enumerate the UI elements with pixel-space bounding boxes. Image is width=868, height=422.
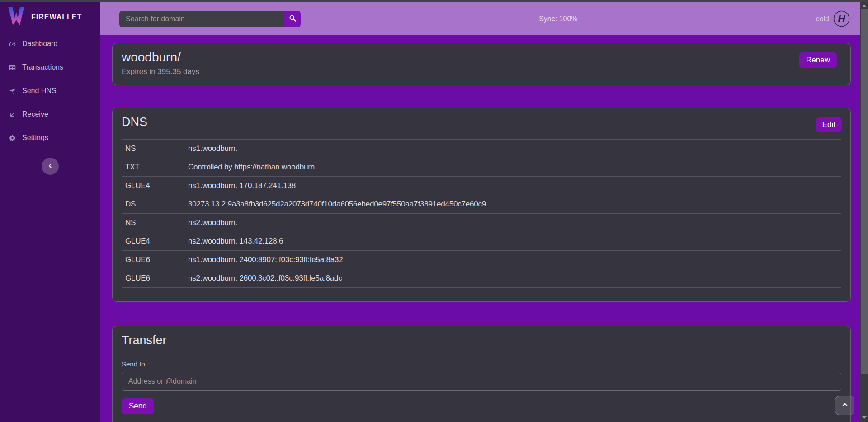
wallet-name: cold (816, 15, 829, 23)
sidebar-item-transactions[interactable]: Transactions (0, 56, 100, 79)
dns-record-value: ns1.woodburn. (188, 144, 841, 153)
dns-record-type: NS (122, 218, 188, 227)
dns-title: DNS (122, 115, 841, 129)
dns-record-type: NS (122, 144, 188, 153)
sidebar-item-label: Transactions (22, 63, 63, 71)
dns-record-row[interactable]: GLUE4 ns1.woodburn. 170.187.241.138 (122, 177, 841, 195)
sidebar-item-receive[interactable]: Receive (0, 103, 100, 126)
svg-text:H: H (838, 13, 845, 24)
brand[interactable]: FIREWALLET (0, 2, 100, 32)
dns-record-value: ns2.woodburn. (188, 218, 841, 227)
sidebar-item-label: Dashboard (22, 40, 57, 48)
sidebar-nav: Dashboard Transactions Send HNS (0, 32, 100, 150)
dns-record-value: ns1.woodburn. 170.187.241.138 (188, 181, 841, 190)
page-scrollbar[interactable] (860, 2, 868, 422)
scroll-to-top-button[interactable] (835, 396, 854, 415)
topbar: Sync: 100% cold H (100, 2, 860, 35)
chevron-left-icon (47, 162, 54, 171)
dns-record-type: DS (122, 200, 188, 209)
sidebar-item-label: Settings (22, 134, 48, 142)
handshake-logo-icon: H (833, 10, 850, 27)
dns-record-type: GLUE6 (122, 274, 188, 283)
dns-record-value: ns2.woodburn. 143.42.128.6 (188, 237, 841, 246)
sidebar-item-settings[interactable]: Settings (0, 126, 100, 150)
dns-record-row[interactable]: NS ns2.woodburn. (122, 214, 841, 232)
dns-record-row[interactable]: DS 30273 13 2 9a3a8fb3d625d2a2073d740f10… (122, 195, 841, 214)
sidebar-item-dashboard[interactable]: Dashboard (0, 32, 100, 56)
dns-record-value: Controlled by https://nathan.woodburn (188, 163, 841, 172)
transfer-address-input[interactable] (122, 372, 841, 391)
content-area: woodburn/ Expires in 395.35 days Renew D… (100, 35, 860, 422)
sidebar-item-send-hns[interactable]: Send HNS (0, 79, 100, 103)
dns-card: DNS Edit NS ns1.woodburn. TXT Con (112, 108, 851, 302)
send-to-label: Send to (122, 360, 841, 368)
sidebar-item-label: Send HNS (22, 87, 57, 95)
chevron-up-icon (841, 401, 849, 410)
gauge-icon (8, 40, 17, 48)
dns-record-value: ns1.woodburn. 2400:8907::f03c:93ff:fe5a:… (188, 255, 841, 264)
scrollbar-down-arrow[interactable] (860, 414, 868, 421)
domain-expiry-text: Expires in 395.35 days (122, 67, 841, 76)
dns-record-type: GLUE4 (122, 181, 188, 190)
firewallet-logo-icon (7, 6, 25, 28)
main-column: Sync: 100% cold H woodburn/ Expires in 3… (100, 2, 860, 422)
dns-records-table: NS ns1.woodburn. TXT Controlled by https… (122, 139, 841, 288)
sidebar-item-label: Receive (22, 110, 48, 118)
renew-button[interactable]: Renew (799, 52, 837, 68)
search-button[interactable] (284, 11, 301, 27)
app-shell: FIREWALLET Dashboard Transactions (0, 2, 868, 422)
sidebar-collapse-button[interactable] (42, 158, 59, 175)
dns-record-type: TXT (122, 163, 188, 172)
table-icon (8, 63, 17, 72)
search-icon (288, 14, 297, 23)
transfer-title: Transfer (122, 333, 841, 347)
dns-record-row[interactable]: GLUE6 ns2.woodburn. 2600:3c02::f03c:93ff… (122, 269, 841, 288)
scrollbar-thumb[interactable] (861, 9, 868, 374)
wallet-indicator[interactable]: cold H (816, 10, 850, 27)
dns-record-type: GLUE6 (122, 255, 188, 264)
dns-record-type: GLUE4 (122, 237, 188, 246)
dns-record-value: ns2.woodburn. 2600:3c02::f03c:93ff:fe5a:… (188, 274, 841, 283)
domain-search-group (119, 11, 301, 27)
dns-record-row[interactable]: GLUE6 ns1.woodburn. 2400:8907::f03c:93ff… (122, 251, 841, 269)
dns-record-row[interactable]: GLUE4 ns2.woodburn. 143.42.128.6 (122, 232, 841, 251)
arrow-down-left-icon (8, 110, 17, 119)
gear-icon (8, 134, 17, 142)
dns-record-row[interactable]: TXT Controlled by https://nathan.woodbur… (122, 158, 841, 177)
transfer-card: Transfer Send to Send (112, 326, 851, 422)
send-button[interactable]: Send (122, 398, 154, 414)
sidebar: FIREWALLET Dashboard Transactions (0, 2, 100, 422)
app-title: FIREWALLET (31, 13, 82, 21)
dns-record-value: 30273 13 2 9a3a8fb3d625d2a2073d740f10da6… (188, 200, 841, 209)
edit-dns-button[interactable]: Edit (816, 117, 842, 132)
domain-name-title: woodburn/ (122, 49, 841, 66)
search-input[interactable] (119, 11, 284, 27)
dns-record-row[interactable]: NS ns1.woodburn. (122, 140, 841, 158)
firewallet-app: FIREWALLET Dashboard Transactions (0, 0, 868, 422)
domain-card: woodburn/ Expires in 395.35 days Renew (112, 43, 851, 85)
sync-status: Sync: 100% (301, 15, 816, 23)
paper-plane-icon (8, 87, 17, 95)
